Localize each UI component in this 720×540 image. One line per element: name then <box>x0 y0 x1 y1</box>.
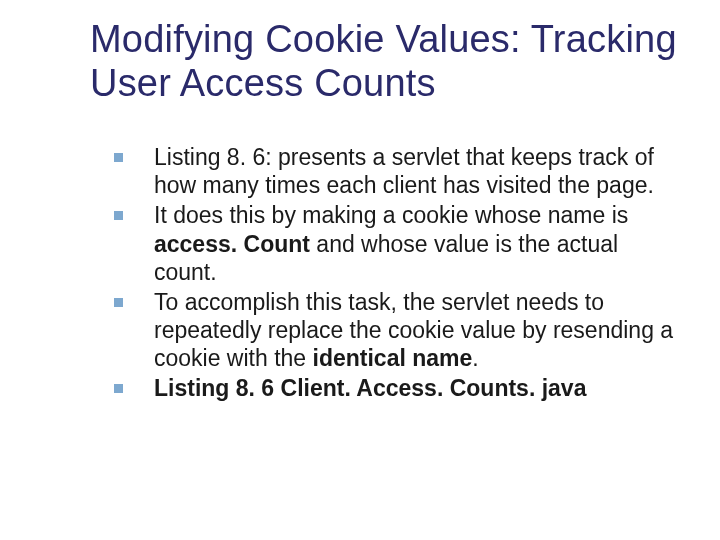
bullet-text-pre: It does this by making a cookie whose na… <box>154 202 628 228</box>
bullet-text-post: . <box>472 345 478 371</box>
bullet-text-pre: Listing 8. 6: presents a servlet that ke… <box>154 144 654 198</box>
bullet-text-bold: access. Count <box>154 231 310 257</box>
bullet-text-bold: Listing 8. 6 Client. Access. Counts. jav… <box>154 375 586 401</box>
bullet-list: Listing 8. 6: presents a servlet that ke… <box>114 143 680 401</box>
list-item: Listing 8. 6: presents a servlet that ke… <box>114 143 680 199</box>
list-item: Listing 8. 6 Client. Access. Counts. jav… <box>114 374 680 402</box>
square-bullet-icon <box>114 211 123 220</box>
square-bullet-icon <box>114 153 123 162</box>
bullet-text-bold: identical name <box>313 345 473 371</box>
square-bullet-icon <box>114 298 123 307</box>
list-item: It does this by making a cookie whose na… <box>114 201 680 285</box>
slide: Modifying Cookie Values: Tracking User A… <box>0 0 720 540</box>
list-item: To accomplish this task, the servlet nee… <box>114 288 680 372</box>
slide-title: Modifying Cookie Values: Tracking User A… <box>90 18 680 105</box>
square-bullet-icon <box>114 384 123 393</box>
